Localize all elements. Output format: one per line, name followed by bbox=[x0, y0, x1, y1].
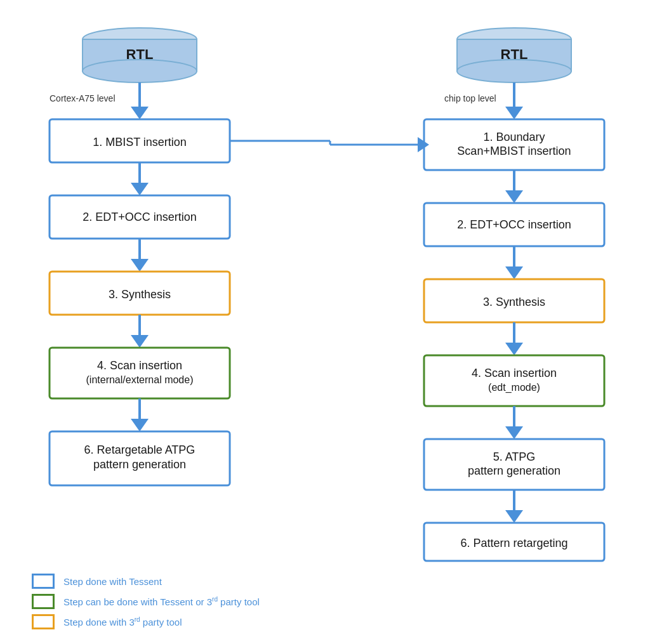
legend-text-orange: Step done with 3rd party tool bbox=[63, 616, 182, 628]
left-step1-text: 1. MBIST insertion bbox=[93, 136, 187, 148]
left-level-label: Cortex-A75 level bbox=[50, 93, 116, 103]
right-step3-text: 3. Synthesis bbox=[483, 296, 545, 308]
legend-item-blue: Step done with Tessent bbox=[32, 574, 618, 589]
svg-marker-31 bbox=[505, 343, 523, 355]
right-rtl-label: RTL bbox=[501, 46, 528, 62]
left-step6-line2: pattern generation bbox=[93, 458, 186, 471]
right-step4-line1: 4. Scan insertion bbox=[472, 367, 557, 379]
svg-point-20 bbox=[457, 60, 571, 82]
right-step2-text: 2. EDT+OCC insertion bbox=[457, 218, 571, 231]
right-step5-line2: pattern generation bbox=[468, 464, 560, 477]
svg-marker-16 bbox=[131, 419, 149, 431]
left-step3-text: 3. Synthesis bbox=[109, 288, 171, 301]
svg-marker-10 bbox=[131, 259, 149, 272]
legend-item-green: Step can be done with Tessent or 3rd par… bbox=[32, 594, 618, 609]
left-step6-line1: 6. Retargetable ATPG bbox=[84, 444, 196, 456]
right-level-label: chip top level bbox=[444, 93, 496, 103]
svg-marker-13 bbox=[131, 335, 149, 348]
legend-text-blue: Step done with Tessent bbox=[63, 576, 162, 587]
svg-marker-22 bbox=[505, 107, 523, 119]
legend-box-orange bbox=[32, 614, 55, 629]
right-step1-line2: Scan+MBIST insertion bbox=[457, 145, 571, 157]
main-svg: RTL Cortex-A75 level 1. MBIST insertion … bbox=[13, 13, 650, 565]
svg-point-2 bbox=[83, 60, 197, 82]
svg-marker-37 bbox=[505, 510, 523, 523]
svg-marker-28 bbox=[505, 266, 523, 279]
left-step4-line2: (internal/external mode) bbox=[86, 374, 194, 385]
legend-box-green bbox=[32, 594, 55, 609]
svg-marker-4 bbox=[131, 107, 149, 119]
right-step1-line1: 1. Boundary bbox=[483, 131, 545, 143]
svg-rect-32 bbox=[424, 355, 604, 406]
diagram-container: RTL Cortex-A75 level 1. MBIST insertion … bbox=[0, 0, 650, 644]
left-rtl-label: RTL bbox=[126, 46, 154, 62]
svg-rect-14 bbox=[50, 348, 230, 398]
right-step5-line1: 5. ATPG bbox=[493, 450, 536, 463]
svg-marker-7 bbox=[131, 183, 149, 195]
legend-item-orange: Step done with 3rd party tool bbox=[32, 614, 618, 629]
right-step6-text: 6. Pattern retargeting bbox=[460, 537, 567, 549]
left-step2-text: 2. EDT+OCC insertion bbox=[83, 211, 197, 223]
left-step4-line1: 4. Scan insertion bbox=[97, 359, 182, 372]
legend-box-blue bbox=[32, 574, 55, 589]
legend-text-green: Step can be done with Tessent or 3rd par… bbox=[63, 596, 260, 607]
right-step4-line2: (edt_mode) bbox=[488, 382, 540, 393]
svg-marker-25 bbox=[505, 190, 523, 203]
svg-marker-34 bbox=[505, 426, 523, 439]
legend: Step done with Tessent Step can be done … bbox=[13, 574, 637, 629]
